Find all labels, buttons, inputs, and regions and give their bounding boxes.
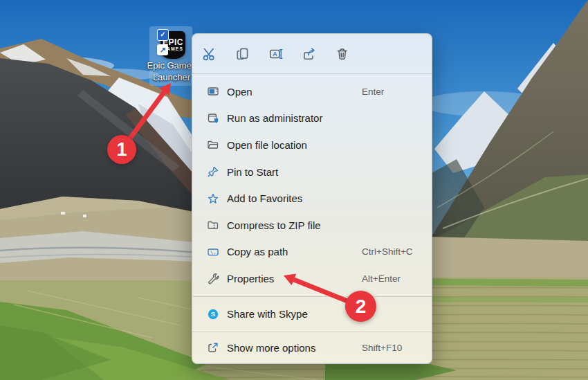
menu-item-pin-to-start[interactable]: Pin to Start <box>192 159 432 186</box>
menu-item-label: Open file location <box>227 139 307 151</box>
menu-item-label: Show more options <box>227 342 315 354</box>
skype-icon: S <box>206 307 220 321</box>
menu-item-label: Open <box>227 86 252 98</box>
folder-icon <box>206 138 220 152</box>
pin-icon <box>206 165 220 179</box>
open-icon <box>206 84 220 98</box>
star-icon <box>206 192 220 206</box>
copy-icon[interactable] <box>228 40 258 68</box>
menu-item-compress-to-zip[interactable]: Compress to ZIP file <box>192 212 432 239</box>
show-more-icon <box>206 341 220 354</box>
menu-item-shortcut: Shift+F10 <box>362 343 402 353</box>
menu-item-label: Properties <box>227 273 274 284</box>
context-menu-items: Open Enter Run as administrator Open <box>192 74 432 296</box>
menu-item-run-as-administrator[interactable]: Run as administrator <box>192 105 432 132</box>
copy-path-icon: \.. <box>206 245 220 259</box>
svg-text:S: S <box>211 310 215 318</box>
run-as-admin-icon <box>206 111 220 125</box>
delete-icon[interactable] <box>327 40 358 68</box>
svg-text:A: A <box>273 51 277 57</box>
menu-item-shortcut: Alt+Enter <box>362 273 401 284</box>
menu-item-show-more-options[interactable]: Show more options Shift+F10 <box>192 332 432 363</box>
context-menu: A <box>192 33 432 364</box>
menu-item-shortcut: Enter <box>362 87 384 97</box>
menu-item-shortcut: Ctrl+Shift+C <box>362 246 413 257</box>
rename-icon[interactable]: A <box>261 40 291 68</box>
wrench-icon <box>206 271 220 285</box>
checkmark-icon[interactable]: ✓ <box>157 29 169 41</box>
menu-item-open[interactable]: Open Enter <box>192 78 432 105</box>
share-icon[interactable] <box>294 40 324 68</box>
menu-item-properties[interactable]: Properties Alt+Enter <box>192 265 432 292</box>
menu-item-label: Add to Favorites <box>227 192 302 204</box>
menu-item-share-with-skype[interactable]: S Share with Skype <box>192 297 432 332</box>
menu-item-label: Compress to ZIP file <box>227 219 321 231</box>
menu-item-copy-as-path[interactable]: \.. Copy as path Ctrl+Shift+C <box>192 239 432 266</box>
menu-item-label: Run as administrator <box>227 112 322 124</box>
context-menu-toolbar: A <box>192 34 432 73</box>
menu-item-open-file-location[interactable]: Open file location <box>192 132 432 159</box>
zip-folder-icon <box>206 218 220 232</box>
menu-item-label: Pin to Start <box>227 166 278 178</box>
menu-item-add-to-favorites[interactable]: Add to Favorites <box>192 185 432 212</box>
cut-icon[interactable] <box>194 40 225 68</box>
svg-text:\..: \.. <box>210 249 219 255</box>
menu-item-label: Share with Skype <box>227 308 308 320</box>
menu-item-label: Copy as path <box>227 246 288 257</box>
shortcut-arrow-icon: ↗ <box>157 44 168 55</box>
